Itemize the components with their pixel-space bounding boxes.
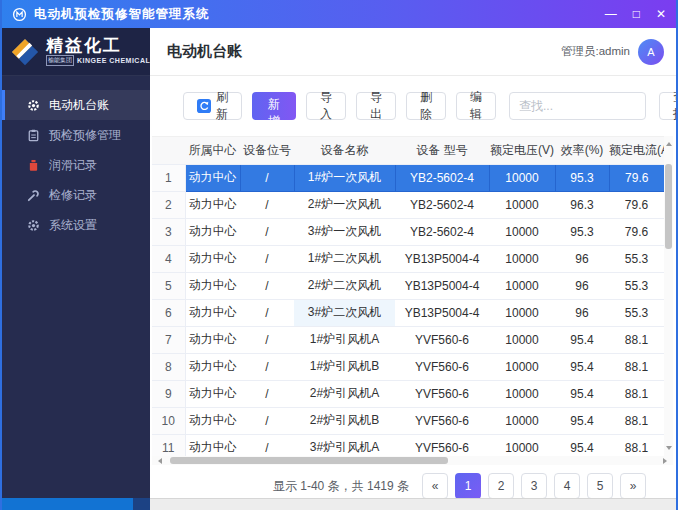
table-cell: 1#炉引风机B xyxy=(294,353,395,380)
sidebar-item-lubrication-records[interactable]: 润滑记录 xyxy=(2,150,150,180)
minimize-button[interactable]: — xyxy=(605,8,617,20)
table-cell: 1#炉引风机A xyxy=(294,326,395,353)
table-cell: 88.1 xyxy=(609,353,664,380)
column-header: 设备名称 xyxy=(294,137,395,164)
sidebar-item-label: 检修记录 xyxy=(49,187,97,204)
table-cell: 10000 xyxy=(489,245,555,272)
company-logo-icon xyxy=(10,37,40,67)
table-cell: 2#炉引风机B xyxy=(294,407,395,434)
table-cell: / xyxy=(240,191,294,218)
table-cell: 88.1 xyxy=(609,434,664,456)
row-number-cell: 7 xyxy=(152,326,185,353)
main-content: 电动机台账 管理员:admin A 刷新 + 新增 导入 导出 删除 编辑 xyxy=(150,28,676,498)
row-number-cell: 5 xyxy=(152,272,185,299)
row-number-cell: 3 xyxy=(152,218,185,245)
scroll-right-arrow-icon[interactable] xyxy=(663,458,670,464)
refresh-button[interactable]: 刷新 xyxy=(183,92,242,120)
import-button[interactable]: 导入 xyxy=(306,92,346,120)
table-cell: 88.1 xyxy=(609,326,664,353)
search-input[interactable] xyxy=(509,92,646,120)
column-header: 额定电流(A) xyxy=(609,137,664,164)
clipboard-icon xyxy=(27,129,40,142)
bottom-strip-navy xyxy=(133,498,150,510)
table-row[interactable]: 2动力中心/2#炉一次风机YB2-5602-41000096.379.6 xyxy=(152,191,664,218)
export-button[interactable]: 导出 xyxy=(356,92,396,120)
sidebar-item-system-settings[interactable]: 系统设置 xyxy=(2,210,150,240)
pagination-page-4[interactable]: 4 xyxy=(554,473,580,499)
table-cell: YVF560-6 xyxy=(395,434,489,456)
table-row[interactable]: 6动力中心/3#炉二次风机YB13P5004-4100009655.3 xyxy=(152,299,664,326)
table-cell: 10000 xyxy=(489,380,555,407)
row-number-cell: 8 xyxy=(152,353,185,380)
pagination-page-2[interactable]: 2 xyxy=(488,473,514,499)
scroll-up-arrow-icon[interactable] xyxy=(666,139,672,146)
maximize-button[interactable]: □ xyxy=(633,8,640,20)
page-title: 电动机台账 xyxy=(167,42,242,61)
table-row[interactable]: 8动力中心/1#炉引风机BYVF560-61000095.488.1 xyxy=(152,353,664,380)
table-cell: 95.4 xyxy=(555,434,609,456)
table-cell: 动力中心 xyxy=(185,299,240,326)
scroll-down-arrow-icon[interactable] xyxy=(666,446,672,453)
toolbar: 刷新 + 新增 导入 导出 删除 编辑 查找 xyxy=(150,76,676,128)
app-window: 电动机预检预修智能管理系统 — □ ✕ 精益化工 榆能集团 xyxy=(0,0,678,510)
table-cell: 动力中心 xyxy=(185,326,240,353)
table-row[interactable]: 5动力中心/2#炉二次风机YB13P5004-4100009655.3 xyxy=(152,272,664,299)
table-cell: 88.1 xyxy=(609,407,664,434)
user-avatar[interactable]: A xyxy=(638,39,664,65)
user-box: 管理员:admin A xyxy=(561,39,664,65)
table-cell: YB2-5602-4 xyxy=(395,191,489,218)
pagination-next-button[interactable]: » xyxy=(620,473,646,499)
page-header: 电动机台账 管理员:admin A xyxy=(150,28,676,76)
table-cell: / xyxy=(240,164,294,191)
table-row[interactable]: 7动力中心/1#炉引风机AYVF560-61000095.488.1 xyxy=(152,326,664,353)
pagination-page-5[interactable]: 5 xyxy=(587,473,613,499)
table-row[interactable]: 3动力中心/3#炉一次风机YB2-5602-41000095.379.6 xyxy=(152,218,664,245)
column-header: 额定电压(V) xyxy=(489,137,555,164)
app-logo-icon xyxy=(12,7,27,22)
sidebar-item-inspection-repair[interactable]: 预检预修管理 xyxy=(2,120,150,150)
sidebar-item-maintenance-records[interactable]: 检修记录 xyxy=(2,180,150,210)
wrench-icon xyxy=(27,189,40,202)
vertical-scrollbar[interactable] xyxy=(664,136,673,456)
sidebar-item-motor-ledger[interactable]: 电动机台账 xyxy=(2,90,150,120)
table-cell: 95.4 xyxy=(555,353,609,380)
horizontal-scroll-thumb[interactable] xyxy=(170,457,448,464)
table-row[interactable]: 10动力中心/2#炉引风机BYVF560-61000095.488.1 xyxy=(152,407,664,434)
table-cell: / xyxy=(240,407,294,434)
close-button[interactable]: ✕ xyxy=(656,8,666,20)
table-cell: 95.4 xyxy=(555,380,609,407)
table-cell: 10000 xyxy=(489,218,555,245)
row-number-cell: 10 xyxy=(152,407,185,434)
column-header: 所属中心 xyxy=(185,137,240,164)
table-cell: 55.3 xyxy=(609,245,664,272)
vertical-scroll-thumb[interactable] xyxy=(665,164,672,249)
table-cell: 79.6 xyxy=(609,191,664,218)
table-row[interactable]: 9动力中心/2#炉引风机AYVF560-61000095.488.1 xyxy=(152,380,664,407)
window-controls: — □ ✕ xyxy=(605,8,666,20)
pagination-summary: 显示 1-40 条，共 1419 条 xyxy=(273,478,409,495)
horizontal-scrollbar[interactable] xyxy=(152,456,673,465)
table-cell: / xyxy=(240,299,294,326)
pagination: 显示 1-40 条，共 1419 条 « 12345 » xyxy=(150,473,676,499)
window-title: 电动机预检预修智能管理系统 xyxy=(34,6,210,23)
company-name-en: KINGEE CHEMICAL xyxy=(77,57,150,64)
pagination-page-1[interactable]: 1 xyxy=(455,473,481,499)
edit-button[interactable]: 编辑 xyxy=(456,92,496,120)
scroll-left-arrow-icon[interactable] xyxy=(155,458,162,464)
table-row[interactable]: 11动力中心/3#炉引风机AYVF560-61000095.488.1 xyxy=(152,434,664,456)
search-button[interactable]: 查找 xyxy=(659,92,678,120)
table-cell: 动力中心 xyxy=(185,353,240,380)
table-row[interactable]: 1动力中心/1#炉一次风机YB2-5602-41000095.379.6 xyxy=(152,164,664,191)
table-cell: / xyxy=(240,272,294,299)
table-cell: 10000 xyxy=(489,191,555,218)
table-cell: YB2-5602-4 xyxy=(395,218,489,245)
table-cell: 2#炉一次风机 xyxy=(294,191,395,218)
table-cell: YB13P5004-4 xyxy=(395,245,489,272)
logged-in-user: 管理员:admin xyxy=(561,44,630,59)
table-cell: 95.4 xyxy=(555,407,609,434)
add-button[interactable]: + 新增 xyxy=(252,92,296,120)
delete-button[interactable]: 删除 xyxy=(406,92,446,120)
table-row[interactable]: 4动力中心/1#炉二次风机YB13P5004-4100009655.3 xyxy=(152,245,664,272)
pagination-prev-button[interactable]: « xyxy=(422,473,448,499)
pagination-page-3[interactable]: 3 xyxy=(521,473,547,499)
